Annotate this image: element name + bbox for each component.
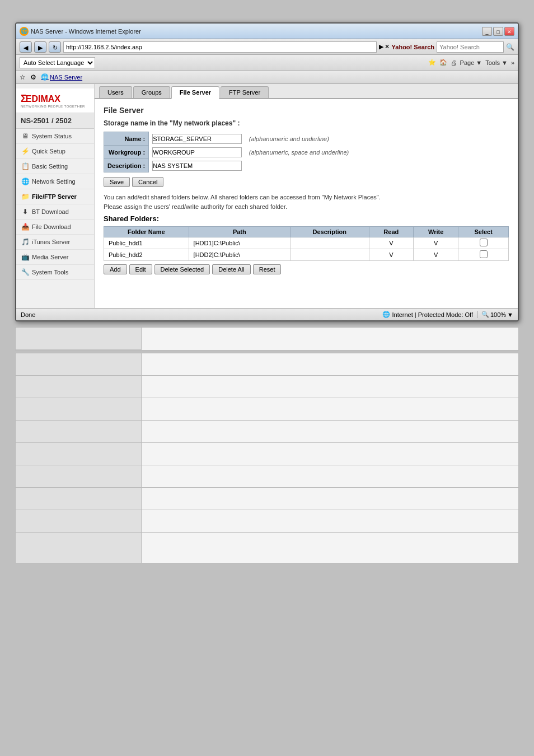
- lower-table: [15, 353, 519, 563]
- lower-right-4: [141, 421, 518, 443]
- sidebar-item-file-ftp-server[interactable]: 📁 File/FTP Server: [16, 189, 94, 204]
- lower-cell-right-1: [142, 328, 519, 350]
- sidebar-label-file-ftp: File/FTP Server: [32, 193, 77, 200]
- lower-right-3: [141, 398, 518, 421]
- main-panel: Users Groups File Server FTP Server File…: [95, 84, 518, 308]
- select-checkbox-1[interactable]: [480, 239, 488, 246]
- sidebar-item-system-status[interactable]: 🖥 System Status: [16, 129, 94, 144]
- col-description: Description: [291, 227, 369, 237]
- sidebar-item-itunes-server[interactable]: 🎵 iTunes Server: [16, 235, 94, 250]
- page-dropdown[interactable]: Page ▼: [460, 59, 483, 66]
- reset-button[interactable]: Reset: [253, 264, 282, 274]
- tab-users[interactable]: Users: [99, 86, 132, 98]
- lower-right-1: [141, 353, 518, 376]
- shared-folders-title: Shared Folders:: [104, 214, 509, 223]
- cancel-button[interactable]: Cancel: [132, 177, 163, 187]
- search-input[interactable]: [437, 41, 504, 53]
- system-tools-icon: 🔧: [21, 268, 30, 277]
- save-button[interactable]: Save: [104, 177, 130, 187]
- sidebar-label-system-status: System Status: [32, 133, 72, 139]
- browser-icon: 🌐: [20, 27, 29, 36]
- star-icon: ☆: [20, 73, 26, 81]
- sidebar-item-network-setting[interactable]: 🌐 Network Setting: [16, 174, 94, 189]
- panel-content: File Server Storage name in the "My netw…: [95, 99, 518, 281]
- search-icon[interactable]: 🔍: [506, 43, 514, 51]
- tab-groups[interactable]: Groups: [133, 86, 170, 98]
- window-controls: _ □ ✕: [482, 27, 514, 36]
- lower-row-1: [16, 353, 519, 376]
- lower-left-7: [16, 488, 142, 510]
- name-label: Name :: [104, 132, 149, 146]
- forward-button[interactable]: ▶: [34, 41, 46, 53]
- lower-row-8: [16, 510, 519, 533]
- basic-setting-icon: 📋: [21, 162, 30, 171]
- bookmarks-bar: ☆ ⚙ 🌐 NAS Server: [16, 71, 518, 84]
- lower-left-9: [16, 533, 142, 563]
- home-icon: 🏠: [439, 59, 447, 66]
- lower-right-9: [141, 533, 518, 563]
- language-select[interactable]: Auto Select Language: [20, 57, 95, 68]
- lower-cell-left-1: [16, 328, 142, 350]
- name-input[interactable]: [152, 134, 242, 144]
- zoom-dropdown-icon[interactable]: ▼: [507, 311, 513, 318]
- status-bar: Done 🌐 Internet | Protected Mode: Off 🔍 …: [16, 308, 518, 320]
- minimize-button[interactable]: _: [482, 27, 492, 36]
- tabs-bar: Users Groups File Server FTP Server: [95, 84, 518, 99]
- sidebar-label-network-setting: Network Setting: [32, 178, 76, 185]
- sidebar-item-bt-download[interactable]: ⬇ BT Download: [16, 204, 94, 220]
- col-read: Read: [369, 227, 414, 237]
- refresh-button[interactable]: ↻: [49, 41, 61, 53]
- select-1[interactable]: [458, 237, 509, 249]
- add-button[interactable]: Add: [104, 264, 127, 274]
- close-button[interactable]: ✕: [504, 27, 514, 36]
- sidebar-item-system-tools[interactable]: 🔧 System Tools: [16, 265, 94, 280]
- zoom-control[interactable]: 🔍 100% ▼: [477, 311, 513, 318]
- nas-server-bookmark[interactable]: 🌐 NAS Server: [41, 73, 82, 81]
- lower-right-8: [141, 510, 518, 533]
- select-checkbox-2[interactable]: [480, 250, 488, 258]
- address-bar: ◀ ▶ ↻ ▶ ✕ Yahoo! Search 🔍: [16, 39, 518, 55]
- col-folder-name: Folder Name: [104, 227, 189, 237]
- maximize-button[interactable]: □: [493, 27, 503, 36]
- tab-file-server[interactable]: File Server: [171, 86, 219, 99]
- desc-1: [291, 237, 369, 249]
- browser-window: 🌐 NAS Server - Windows Internet Explorer…: [15, 22, 519, 321]
- delete-selected-button[interactable]: Delete Selected: [154, 264, 210, 274]
- workgroup-input[interactable]: [152, 147, 242, 157]
- address-input[interactable]: [63, 41, 377, 53]
- sidebar: Σ EDIMAX NETWORKING PEOPLE TOGETHER NS-2…: [16, 84, 95, 308]
- sidebar-item-file-download[interactable]: 📥 File Download: [16, 220, 94, 235]
- window-title: NAS Server - Windows Internet Explorer: [31, 28, 482, 35]
- sidebar-item-quick-setup[interactable]: ⚡ Quick Setup: [16, 144, 94, 159]
- tab-ftp-server[interactable]: FTP Server: [221, 86, 269, 98]
- col-select: Select: [458, 227, 509, 237]
- go-icon: ▶: [379, 43, 383, 50]
- delete-all-button[interactable]: Delete All: [212, 264, 250, 274]
- toolbar-expand[interactable]: »: [511, 59, 514, 66]
- sidebar-item-media-server[interactable]: 📺 Media Server: [16, 250, 94, 265]
- tools-dropdown[interactable]: Tools ▼: [485, 59, 508, 66]
- select-2[interactable]: [458, 249, 509, 261]
- status-security: 🌐 Internet | Protected Mode: Off: [382, 311, 473, 318]
- security-text: Internet | Protected Mode: Off: [392, 311, 473, 318]
- brand-name: EDIMAX: [26, 94, 60, 104]
- quick-setup-icon: ⚡: [21, 147, 30, 156]
- workgroup-hint: (alphanumeric, space and underline): [246, 146, 353, 159]
- lower-left-1: [16, 353, 142, 376]
- sidebar-label-file-download: File Download: [32, 223, 71, 230]
- toolbar-row: Auto Select Language ⭐ 🏠 🖨 Page ▼ Tools …: [16, 55, 518, 71]
- zoom-level: 100%: [490, 311, 506, 318]
- table-row: Public_hdd1 [HDD1]C:\Public\ V V: [104, 237, 509, 249]
- network-setting-icon: 🌐: [21, 177, 30, 186]
- lower-row-4: [16, 421, 519, 443]
- edit-button[interactable]: Edit: [129, 264, 152, 274]
- back-button[interactable]: ◀: [20, 41, 32, 53]
- title-bar: 🌐 NAS Server - Windows Internet Explorer…: [16, 24, 518, 39]
- panel-title: File Server: [104, 106, 509, 115]
- sidebar-item-basic-setting[interactable]: 📋 Basic Setting: [16, 159, 94, 174]
- description-input[interactable]: [152, 161, 242, 171]
- lower-row-7: [16, 488, 519, 510]
- favorites-icon: ⭐: [428, 59, 436, 66]
- workgroup-label: Workgroup :: [104, 146, 149, 159]
- col-write: Write: [414, 227, 458, 237]
